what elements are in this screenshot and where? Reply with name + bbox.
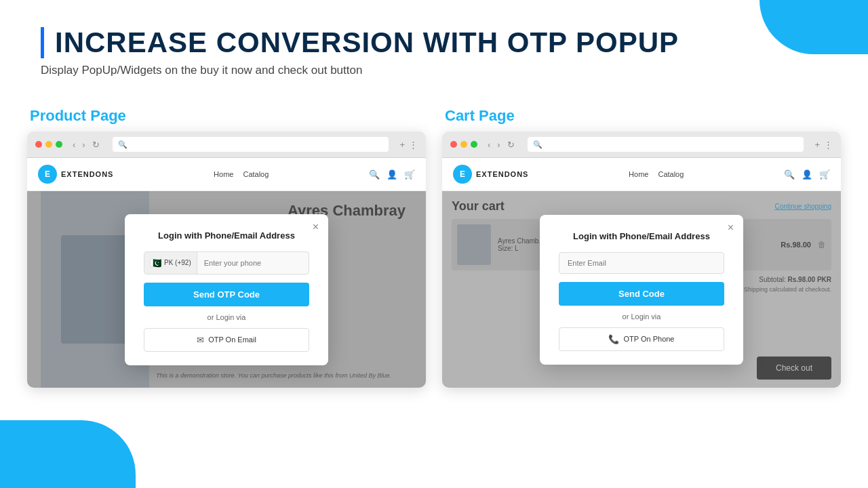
sub-title: Display PopUp/Widgets on the buy it now … bbox=[41, 64, 827, 77]
cart-otp-phone-button[interactable]: 📞 OTP On Phone bbox=[559, 327, 724, 351]
product-menu-catalog[interactable]: Catalog bbox=[243, 170, 269, 178]
product-browser-mockup: ‹ › ↻ 🔍 + ⋮ E EXTENDONS bbox=[27, 131, 426, 388]
cart-alt-login-label: OTP On Phone bbox=[623, 335, 674, 343]
cart-popup-overlay: × Login with Phone/Email Address Send Co… bbox=[442, 191, 841, 388]
cart-url-bar[interactable]: 🔍 bbox=[528, 137, 804, 152]
cart-store-logo: E EXTENDONS bbox=[453, 165, 528, 184]
dot-green[interactable] bbox=[56, 141, 62, 148]
search-icon[interactable]: 🔍 bbox=[369, 169, 380, 180]
cart-search-bar-icon: 🔍 bbox=[533, 140, 542, 149]
cart-store-nav: E EXTENDONS Home Catalog 🔍 👤 🛒 bbox=[442, 158, 841, 191]
product-store-menu: Home Catalog bbox=[214, 170, 269, 178]
cart-content-area: Your cart Continue shopping Ayres Chamb.… bbox=[442, 191, 841, 388]
cart-popup-close[interactable]: × bbox=[728, 222, 734, 234]
product-or-login: or Login via bbox=[144, 313, 309, 321]
dot-yellow[interactable] bbox=[45, 141, 52, 148]
browser-add-tab[interactable]: + bbox=[399, 140, 405, 150]
blob-bottom-left bbox=[0, 420, 136, 488]
product-alt-login-label: OTP On Email bbox=[208, 336, 256, 344]
cart-page-col: Cart Page ‹ › ↻ 🔍 + ⋮ bbox=[442, 107, 841, 388]
cart-email-input[interactable] bbox=[559, 252, 724, 274]
product-browser-dots bbox=[35, 141, 62, 148]
main-columns: Product Page ‹ › ↻ 🔍 + bbox=[0, 107, 868, 388]
browser-back[interactable]: ‹ bbox=[71, 140, 77, 150]
cart-dot-red[interactable] bbox=[450, 141, 457, 148]
account-icon[interactable]: 👤 bbox=[387, 169, 397, 180]
cart-dot-green[interactable] bbox=[471, 141, 477, 148]
cart-menu-catalog[interactable]: Catalog bbox=[658, 170, 684, 178]
email-icon: ✉ bbox=[197, 335, 204, 345]
cart-page-label: Cart Page bbox=[442, 107, 841, 125]
cart-popup: × Login with Phone/Email Address Send Co… bbox=[540, 215, 743, 365]
product-page-label: Product Page bbox=[27, 107, 426, 125]
product-otp-email-button[interactable]: ✉ OTP On Email bbox=[144, 328, 309, 352]
product-store-name: EXTENDONS bbox=[61, 170, 113, 178]
cart-icon[interactable]: 🛒 bbox=[404, 169, 415, 180]
product-url-bar[interactable]: 🔍 bbox=[113, 137, 389, 152]
search-bar-icon: 🔍 bbox=[118, 140, 127, 149]
product-logo-icon: E bbox=[38, 165, 57, 184]
product-browser-bar: ‹ › ↻ 🔍 + ⋮ bbox=[27, 131, 426, 158]
cart-logo-icon: E bbox=[453, 165, 472, 184]
product-page-col: Product Page ‹ › ↻ 🔍 + bbox=[27, 107, 426, 388]
cart-dot-yellow[interactable] bbox=[460, 141, 467, 148]
cart-store-menu: Home Catalog bbox=[629, 170, 684, 178]
cart-browser-add-tab[interactable]: + bbox=[814, 140, 820, 150]
product-phone-code: PK (+92) bbox=[164, 259, 191, 266]
cart-browser-menu[interactable]: ⋮ bbox=[824, 140, 833, 150]
cart-browser-forward[interactable]: › bbox=[495, 140, 502, 150]
cart-popup-title: Login with Phone/Email Address bbox=[559, 231, 724, 241]
cart-account-icon[interactable]: 👤 bbox=[802, 169, 812, 180]
cart-menu-home[interactable]: Home bbox=[629, 170, 648, 178]
product-popup: × Login with Phone/Email Address 🇵🇰 PK (… bbox=[125, 214, 328, 365]
cart-or-login: or Login via bbox=[559, 312, 724, 321]
main-title: INCREASE CONVERSION WITH OTP POPUP bbox=[55, 27, 827, 58]
cart-browser-back[interactable]: ‹ bbox=[486, 140, 492, 150]
product-send-otp-button[interactable]: Send OTP Code bbox=[144, 283, 309, 306]
product-store-nav: E EXTENDONS Home Catalog 🔍 👤 🛒 bbox=[27, 158, 426, 191]
cart-send-code-button[interactable]: Send Code bbox=[559, 282, 724, 306]
cart-search-icon[interactable]: 🔍 bbox=[784, 169, 795, 180]
browser-refresh[interactable]: ↻ bbox=[90, 140, 102, 150]
product-browser-nav: ‹ › ↻ bbox=[71, 140, 102, 150]
product-phone-input-row: 🇵🇰 PK (+92) bbox=[144, 251, 309, 274]
product-popup-close[interactable]: × bbox=[313, 221, 319, 233]
product-menu-home[interactable]: Home bbox=[214, 170, 233, 178]
cart-browser-bar: ‹ › ↻ 🔍 + ⋮ bbox=[442, 131, 841, 158]
cart-browser-dots bbox=[450, 141, 477, 148]
phone-icon: 📞 bbox=[608, 334, 619, 344]
header-section: INCREASE CONVERSION WITH OTP POPUP Displ… bbox=[0, 0, 868, 91]
product-popup-title: Login with Phone/Email Address bbox=[144, 230, 309, 241]
cart-browser-actions: + ⋮ bbox=[814, 140, 833, 150]
cart-browser-refresh[interactable]: ↻ bbox=[505, 140, 517, 150]
product-store-logo: E EXTENDONS bbox=[38, 165, 113, 184]
dot-red[interactable] bbox=[35, 141, 42, 148]
product-browser-actions: + ⋮ bbox=[399, 140, 418, 150]
product-content-area: Ayres Chambray This is a demonstration s… bbox=[27, 191, 426, 388]
browser-forward[interactable]: › bbox=[80, 140, 87, 150]
pakistan-flag: 🇵🇰 bbox=[150, 258, 161, 268]
browser-menu[interactable]: ⋮ bbox=[409, 140, 418, 150]
product-phone-input[interactable] bbox=[197, 253, 309, 272]
cart-store-icons: 🔍 👤 🛒 bbox=[784, 169, 830, 180]
product-phone-flag: 🇵🇰 PK (+92) bbox=[144, 252, 197, 274]
product-store-icons: 🔍 👤 🛒 bbox=[369, 169, 415, 180]
cart-browser-mockup: ‹ › ↻ 🔍 + ⋮ E EXTENDONS bbox=[442, 131, 841, 388]
cart-cart-icon[interactable]: 🛒 bbox=[819, 169, 830, 180]
cart-browser-nav: ‹ › ↻ bbox=[486, 140, 517, 150]
cart-store-name: EXTENDONS bbox=[476, 170, 528, 178]
product-popup-overlay: × Login with Phone/Email Address 🇵🇰 PK (… bbox=[27, 191, 426, 388]
header-border: INCREASE CONVERSION WITH OTP POPUP bbox=[41, 27, 827, 58]
